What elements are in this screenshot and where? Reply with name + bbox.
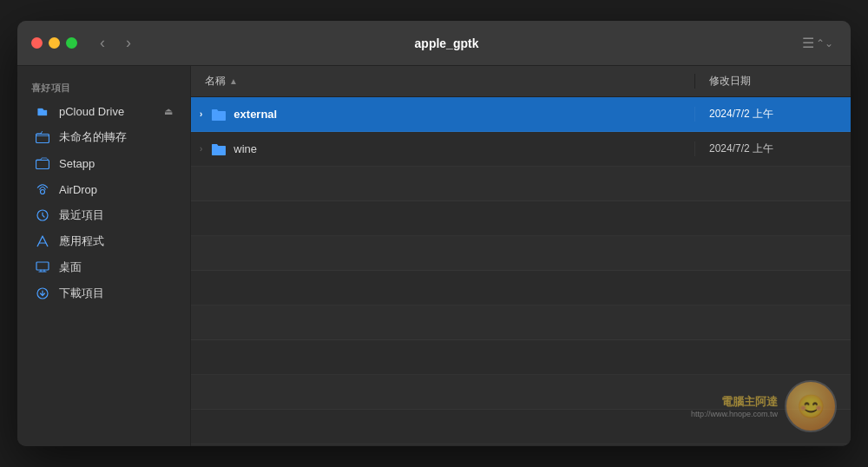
minimize-button[interactable]	[49, 37, 60, 49]
downloads-icon	[35, 286, 50, 301]
titlebar-actions: ☰ ⌃⌄	[799, 31, 837, 55]
airdrop-icon	[35, 181, 50, 197]
row-chevron-icon: ›	[200, 144, 202, 154]
sidebar-item-label: 最近項目	[59, 207, 104, 223]
maximize-button[interactable]	[66, 37, 77, 49]
file-name: wine	[233, 142, 257, 155]
row-chevron-icon: ›	[200, 109, 202, 119]
watermark: 電腦主阿達 http://www.hnope.com.tw 😊	[691, 380, 837, 432]
empty-row	[191, 167, 851, 201]
sidebar-item-downloads[interactable]: 下載項目	[21, 280, 187, 306]
column-date-header[interactable]: 修改日期	[694, 74, 851, 89]
table-row[interactable]: › external 2024/7/2 上午	[191, 97, 851, 132]
file-date-cell: 2024/7/2 上午	[694, 107, 851, 122]
empty-row	[191, 236, 851, 271]
file-name-cell: › wine	[191, 142, 694, 156]
sidebar-item-label: Setapp	[59, 157, 95, 170]
file-name: external	[233, 108, 277, 121]
main-area: 喜好項目 pCloud Drive ⏏	[17, 66, 851, 446]
sidebar-section-label: 喜好項目	[17, 76, 190, 98]
window-title: apple_gptk	[95, 36, 799, 50]
sidebar-item-label: 應用程式	[59, 234, 104, 249]
applications-icon	[35, 234, 50, 249]
watermark-logo: 😊	[785, 380, 837, 432]
empty-row	[191, 340, 851, 375]
sort-icon: ⌃⌄	[816, 37, 833, 49]
empty-row	[191, 271, 851, 306]
sidebar-item-pcloud-drive[interactable]: pCloud Drive ⏏	[21, 98, 187, 124]
watermark-title: 電腦主阿達	[691, 394, 778, 410]
sort-arrow-icon: ▲	[229, 76, 238, 86]
svg-rect-0	[36, 135, 49, 143]
sidebar-item-label: 未命名的轉存	[59, 129, 127, 145]
folder-icon	[35, 129, 50, 145]
eject-icon: ⏏	[164, 106, 173, 117]
empty-row	[191, 201, 851, 236]
list-view-button[interactable]: ☰ ⌃⌄	[799, 31, 837, 55]
file-date-cell: 2024/7/2 上午	[694, 141, 851, 156]
table-row[interactable]: › wine 2024/7/2 上午	[191, 132, 851, 167]
sidebar-item-setapp[interactable]: Setapp	[21, 150, 187, 176]
sidebar-item-applications[interactable]: 應用程式	[21, 228, 187, 254]
list-icon: ☰	[802, 35, 814, 51]
folder-icon	[211, 108, 227, 122]
sidebar-item-airdrop[interactable]: AirDrop	[21, 176, 187, 202]
empty-row	[191, 306, 851, 340]
sidebar-item-recent[interactable]: 最近項目	[21, 202, 187, 228]
folder-icon	[211, 142, 227, 156]
sidebar: 喜好項目 pCloud Drive ⏏	[17, 66, 191, 446]
finder-window: ‹ › apple_gptk ☰ ⌃⌄ 喜好項目 pCloud Driv	[17, 21, 851, 446]
file-name-cell: › external	[191, 108, 694, 122]
close-button[interactable]	[31, 37, 43, 49]
sidebar-item-label: 桌面	[59, 260, 82, 275]
titlebar: ‹ › apple_gptk ☰ ⌃⌄	[17, 21, 851, 66]
pcloud-icon	[35, 103, 50, 119]
sidebar-item-unnamed-transfer[interactable]: 未命名的轉存	[21, 124, 187, 150]
svg-point-2	[41, 190, 45, 194]
column-headers: 名稱 ▲ 修改日期	[191, 66, 851, 97]
desktop-icon	[35, 260, 50, 275]
sidebar-item-label: pCloud Drive	[59, 105, 124, 118]
setapp-folder-icon	[35, 155, 50, 171]
recent-icon	[35, 207, 50, 223]
svg-rect-4	[36, 262, 49, 270]
traffic-lights	[31, 37, 77, 49]
watermark-url: http://www.hnope.com.tw	[691, 410, 778, 418]
sidebar-item-label: 下載項目	[59, 286, 104, 301]
column-name-header[interactable]: 名稱 ▲	[191, 74, 694, 89]
sidebar-item-desktop[interactable]: 桌面	[21, 254, 187, 280]
sidebar-item-label: AirDrop	[59, 183, 97, 196]
svg-rect-1	[36, 161, 49, 169]
file-area: 名稱 ▲ 修改日期 › external 2024/7/2 上午	[191, 66, 851, 446]
